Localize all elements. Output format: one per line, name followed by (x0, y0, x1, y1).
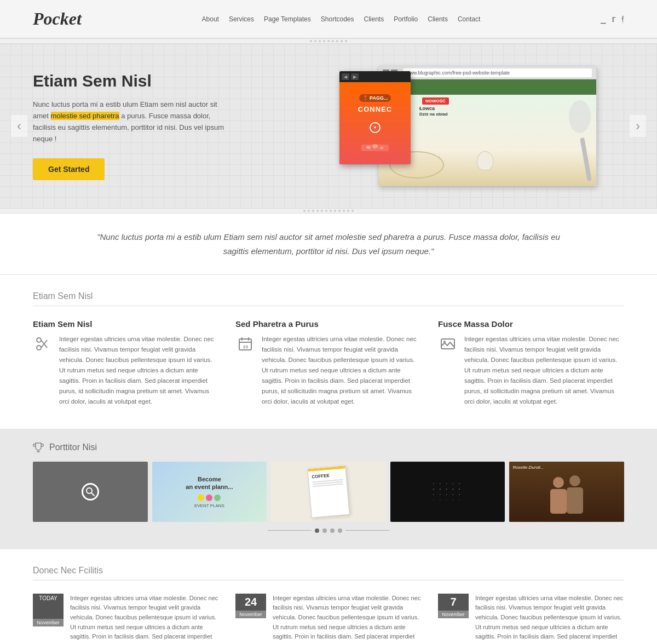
svg-point-19 (553, 477, 564, 488)
dots-divider-2 (0, 208, 657, 214)
rss-icon[interactable]: ⎯ (601, 14, 606, 24)
nav-page-templates[interactable]: Page Templates (264, 15, 311, 23)
svg-point-1 (366, 146, 371, 149)
blog-item-2: 24 November Integer egestas ultricies ur… (235, 594, 422, 644)
blog-item-3: 7 November Integer egestas ultricies urn… (438, 594, 624, 644)
blog-date-2: 24 November (235, 594, 266, 644)
feature-title-2: Sed Pharetra a Purus (235, 319, 422, 329)
search-svg-icon (85, 487, 95, 497)
feature-icon-1 (33, 334, 53, 354)
svg-text:23: 23 (243, 344, 248, 349)
portfolio-section: Porttitor Nisi Becomean event plann... (0, 429, 657, 549)
feature-icon-3 (438, 334, 458, 354)
svg-point-5 (37, 346, 41, 350)
calendar-icon: 23 (238, 336, 253, 352)
blog-date-month-1: November (33, 619, 64, 626)
blog-section: Donec Nec Fcilitis TODAY November Intege… (0, 549, 657, 644)
feature-title-3: Fusce Massa Dolor (438, 319, 624, 329)
portfolio-dot-3[interactable] (330, 528, 335, 533)
svg-line-18 (91, 493, 94, 496)
feature-icon-2: 23 (235, 334, 255, 354)
svg-point-21 (569, 475, 580, 486)
feature-text-3: Integer egestas ultricies urna vitae mol… (464, 334, 624, 407)
trophy-icon (33, 442, 44, 453)
blog-date-num-3: 7 (438, 594, 469, 611)
blog-date-3: 7 November (438, 594, 469, 644)
get-started-button[interactable]: Get Started (33, 158, 105, 180)
feature-item-1: Etiam Sem Nisl Integer egestas ultricies… (33, 319, 219, 407)
blog-date-top-1: TODAY (33, 594, 64, 603)
feature-inner-2: 23 Integer egestas ultricies urna vitae … (235, 334, 422, 407)
browser-toolbar: ◀ ▶ www.blugraphic.com/free-psd-website-… (378, 66, 596, 79)
blog-text-2: Integer egestas ultricies urna vitae mol… (273, 594, 422, 644)
svg-point-14 (443, 341, 446, 343)
browser-url: www.blugraphic.com/free-psd-website-temp… (403, 68, 592, 77)
blog-section-title: Donec Nec Fcilitis (33, 566, 624, 580)
blog-text-1: Integer egestas ultricies urna vitae mol… (70, 594, 219, 644)
hero-section: ‹ Etiam Sem Nisl Nunc luctus porta mi a … (0, 44, 657, 208)
portfolio-thumb-4[interactable]: • • • • • • • • • • • • • • • • • • • • (390, 462, 505, 522)
logo: Pocket (33, 9, 82, 29)
portfolio-line-left (268, 530, 312, 531)
header-social-icons: ⎯ 𝕣 𝔣 (601, 14, 624, 24)
blog-date-month-2: November (235, 611, 266, 618)
blog-item-1: TODAY November Integer egestas ultricies… (33, 594, 219, 644)
hero-next-arrow[interactable]: › (630, 115, 646, 137)
portfolio-thumb-5[interactable]: Roselle-Duroll... (509, 462, 624, 522)
hero-prev-arrow[interactable]: ‹ (11, 115, 27, 137)
people-silhouettes (539, 467, 594, 516)
nav-clients2[interactable]: Clients (428, 15, 448, 23)
quote-text: "Nunc luctus porta mi a estib ulum Etiam… (96, 230, 561, 258)
hero-highlight: molestie sed pharetra (51, 112, 119, 120)
image-icon (440, 336, 456, 352)
scissors-icon (35, 336, 50, 352)
main-browser: ◀ ▶ www.blugraphic.com/free-psd-website-… (378, 66, 597, 186)
dots-divider (0, 38, 657, 44)
mini-browser: ◀ ▶ 📍 PAGG... CONNEC ● (339, 71, 411, 164)
header: Pocket About Services Page Templates Sho… (0, 0, 657, 38)
feature-inner-3: Integer egestas ultricies urna vitae mol… (438, 334, 624, 407)
twitter-icon[interactable]: 𝕣 (612, 14, 616, 24)
features-grid: Etiam Sem Nisl Integer egestas ultricies… (33, 319, 624, 407)
hero-title: Etiam Sem Nisl (33, 72, 224, 90)
blog-date-month-3: November (438, 611, 469, 618)
feature-title-1: Etiam Sem Nisl (33, 319, 219, 329)
nav-services[interactable]: Services (229, 15, 254, 23)
search-icon (82, 483, 99, 501)
hero-text: Etiam Sem Nisl Nunc luctus porta mi a es… (33, 72, 224, 180)
hero-body: Nunc luctus porta mi a estib ulum Etiam … (33, 99, 224, 145)
portfolio-title-label: Porttitor Nisi (49, 442, 97, 452)
feature-text-1: Integer egestas ultricies urna vitae mol… (59, 334, 219, 407)
feature-text-2: Integer egestas ultricies urna vitae mol… (262, 334, 422, 407)
svg-rect-22 (567, 487, 583, 514)
nav-about[interactable]: About (202, 15, 219, 23)
features-section: Etiam Sem Nisl Etiam Sem Nisl Integer eg… (0, 275, 657, 429)
portfolio-thumb-2[interactable]: Becomean event plann... EVENT PLANS (152, 462, 267, 522)
portfolio-pagination-dots (33, 528, 624, 533)
quote-section: "Nunc luctus porta mi a estib ulum Etiam… (0, 214, 657, 275)
svg-rect-20 (550, 489, 567, 514)
nav-shortcodes[interactable]: Shortcodes (321, 15, 354, 23)
feature-item-3: Fusce Massa Dolor Integer egestas ultric… (438, 319, 624, 407)
facebook-icon[interactable]: 𝔣 (621, 14, 624, 24)
svg-point-3 (380, 146, 383, 149)
portfolio-thumb-1[interactable] (33, 462, 148, 522)
svg-point-2 (372, 144, 378, 148)
portfolio-dot-4[interactable] (338, 528, 342, 533)
portfolio-dot-2[interactable] (322, 528, 327, 533)
blog-grid: TODAY November Integer egestas ultricies… (33, 594, 624, 644)
nav-portfolio[interactable]: Portfolio (394, 15, 418, 23)
portfolio-line-right (345, 530, 389, 531)
nav-clients[interactable]: Clients (364, 15, 384, 23)
portfolio-thumb-3[interactable]: COFFEE (271, 462, 386, 522)
nav-contact[interactable]: Contact (458, 15, 480, 23)
svg-point-4 (37, 338, 41, 342)
blog-date-num-1 (33, 603, 64, 619)
feature-inner-1: Integer egestas ultricies urna vitae mol… (33, 334, 219, 407)
main-nav: About Services Page Templates Shortcodes… (202, 15, 481, 23)
portfolio-section-title: Porttitor Nisi (33, 442, 624, 453)
blog-text-3: Integer egestas ultricies urna vitae mol… (475, 594, 624, 644)
feature-item-2: Sed Pharetra a Purus 23 Integer egestas … (235, 319, 422, 407)
portfolio-dot-1[interactable] (315, 528, 319, 533)
portfolio-grid: Becomean event plann... EVENT PLANS COFF… (33, 462, 624, 522)
